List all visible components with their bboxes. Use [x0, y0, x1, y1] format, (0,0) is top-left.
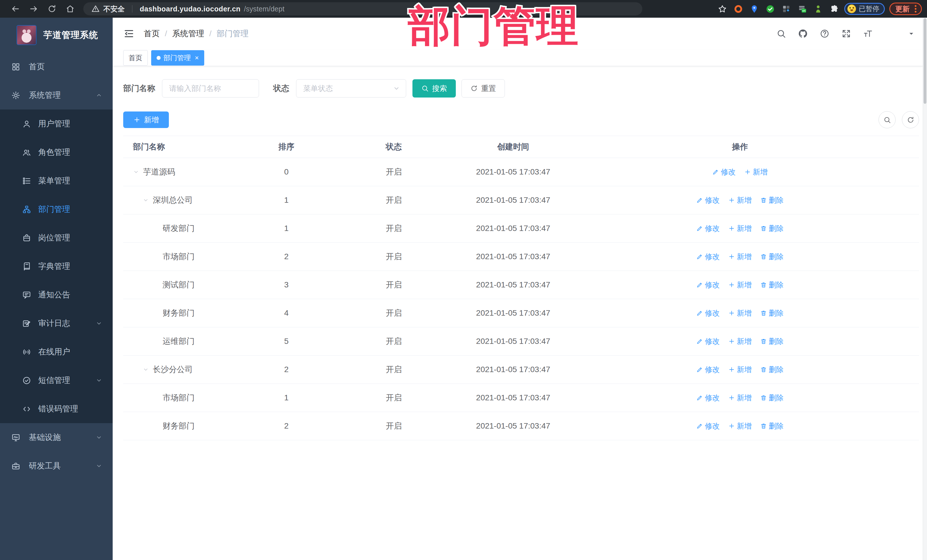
edit-link[interactable]: 修改	[696, 337, 720, 346]
sidebar-item[interactable]: 短信管理	[0, 366, 112, 395]
sidebar-item[interactable]: 岗位管理	[0, 223, 112, 252]
delete-link[interactable]: 删除	[760, 421, 784, 431]
address-bar[interactable]: 不安全 dashboard.yudao.iocoder.cn/system/de…	[83, 2, 642, 15]
sidebar-item[interactable]: 错误码管理	[0, 395, 112, 423]
sidebar-item[interactable]: 研发工具	[0, 452, 112, 480]
edit-link[interactable]: 修改	[696, 223, 720, 234]
sidebar-item[interactable]: 用户管理	[0, 109, 112, 138]
reload-icon[interactable]	[44, 2, 60, 15]
sidebar-item[interactable]: 基础设施	[0, 423, 112, 452]
tab[interactable]: 首页	[123, 50, 148, 65]
close-icon[interactable]: ×	[195, 55, 199, 61]
add-link[interactable]: 新增	[728, 280, 752, 290]
browser-update-button[interactable]: 更新	[889, 3, 922, 15]
add-link[interactable]: 新增	[728, 421, 752, 431]
app-brand[interactable]: 芋道管理系统	[0, 18, 112, 52]
sidebar-item[interactable]: 首页	[0, 52, 112, 81]
home-icon[interactable]	[62, 2, 78, 15]
cell-dept-name: 财务部门	[123, 420, 251, 431]
add-link[interactable]: 新增	[728, 223, 752, 234]
breadcrumb-item[interactable]: 首页	[144, 28, 160, 39]
breadcrumb-item[interactable]: 系统管理	[172, 28, 204, 39]
search-icon	[883, 116, 891, 124]
cell-sort: 1	[251, 196, 322, 205]
filter-form: 部门名称 状态 菜单状态 搜索 重置	[123, 79, 919, 97]
sidebar-item[interactable]: 字典管理	[0, 252, 112, 281]
ext-green-figure-icon[interactable]	[812, 3, 824, 15]
row-expand-icon[interactable]	[133, 169, 143, 175]
edit-link[interactable]: 修改	[696, 421, 720, 431]
edit-link[interactable]: 修改	[696, 393, 720, 403]
sidebar-collapse-icon[interactable]	[123, 28, 135, 39]
fullscreen-icon[interactable]	[842, 29, 851, 38]
search-button[interactable]: 搜索	[412, 79, 456, 97]
ext-location-pin-icon[interactable]	[748, 3, 760, 15]
add-link[interactable]: 新增	[728, 337, 752, 346]
toggle-search-button[interactable]	[878, 111, 896, 128]
edit-link[interactable]: 修改	[696, 308, 720, 318]
plus-icon	[728, 281, 735, 288]
fontsize-icon[interactable]	[863, 29, 873, 38]
column-header: 创建时间	[465, 141, 561, 152]
help-icon[interactable]	[820, 29, 830, 38]
sidebar-item[interactable]: 系统管理	[0, 81, 112, 109]
cell-dept-name: 芋道源码	[123, 167, 251, 178]
sidebar-item-label: 基础设施	[29, 432, 61, 443]
edit-link[interactable]: 修改	[696, 280, 720, 290]
search-icon[interactable]	[777, 29, 786, 38]
scrollbar-thumb[interactable]	[924, 18, 926, 104]
add-link[interactable]: 新增	[744, 167, 767, 177]
reset-button[interactable]: 重置	[462, 79, 505, 97]
cell-status: 开启	[322, 336, 465, 347]
delete-link[interactable]: 删除	[760, 252, 784, 262]
delete-link[interactable]: 删除	[760, 337, 784, 346]
delete-icon	[760, 423, 767, 429]
delete-link[interactable]: 删除	[760, 393, 784, 403]
sidebar-item[interactable]: 通知公告	[0, 281, 112, 309]
row-expand-icon[interactable]	[143, 366, 153, 373]
ext-on-badge-icon[interactable]: on	[796, 3, 808, 15]
dept-name-input[interactable]	[162, 79, 259, 97]
avatar[interactable]	[885, 21, 903, 46]
delete-link[interactable]: 删除	[760, 280, 784, 290]
page-scrollbar[interactable]	[923, 18, 927, 560]
edit-link[interactable]: 修改	[696, 365, 720, 375]
bookmark-star-icon[interactable]	[716, 3, 728, 15]
add-link[interactable]: 新增	[728, 393, 752, 403]
delete-link[interactable]: 删除	[760, 223, 784, 234]
forward-icon[interactable]	[26, 2, 42, 15]
profile-paused-badge[interactable]: 已暂停	[844, 3, 885, 15]
ext-puzzle-icon[interactable]	[828, 3, 840, 15]
edit-link[interactable]: 修改	[712, 167, 736, 177]
add-link[interactable]: 新增	[728, 308, 752, 318]
add-button[interactable]: 新增	[123, 111, 169, 128]
sidebar-item[interactable]: 审计日志	[0, 309, 112, 338]
ext-grid-icon[interactable]	[780, 3, 792, 15]
column-header: 排序	[251, 141, 322, 152]
delete-link[interactable]: 删除	[760, 365, 784, 375]
status-select[interactable]: 菜单状态	[296, 79, 406, 97]
sidebar-item[interactable]: 部门管理	[0, 195, 112, 223]
edit-link[interactable]: 修改	[696, 252, 720, 262]
row-expand-icon[interactable]	[143, 197, 153, 203]
plus-icon	[728, 395, 735, 401]
add-link[interactable]: 新增	[728, 252, 752, 262]
delete-link[interactable]: 删除	[760, 195, 784, 205]
browser-menu-icon[interactable]	[913, 5, 918, 13]
dept-name: 长沙分公司	[153, 364, 193, 375]
sidebar-item[interactable]: 菜单管理	[0, 167, 112, 195]
add-link[interactable]: 新增	[728, 195, 752, 205]
delete-link[interactable]: 删除	[760, 308, 784, 318]
add-link[interactable]: 新增	[728, 365, 752, 375]
github-icon[interactable]	[798, 29, 808, 38]
infrastructure-icon	[11, 433, 20, 442]
sidebar-item[interactable]: 在线用户	[0, 338, 112, 366]
edit-link[interactable]: 修改	[696, 195, 720, 205]
refresh-table-button[interactable]	[902, 111, 919, 128]
ext-orange-ring-icon[interactable]	[732, 3, 744, 15]
avatar-caret-down-icon[interactable]	[907, 30, 915, 37]
sidebar-item[interactable]: 角色管理	[0, 138, 112, 167]
back-icon[interactable]	[8, 2, 23, 15]
tab[interactable]: 部门管理×	[151, 50, 204, 65]
ext-green-check-icon[interactable]	[764, 3, 776, 15]
